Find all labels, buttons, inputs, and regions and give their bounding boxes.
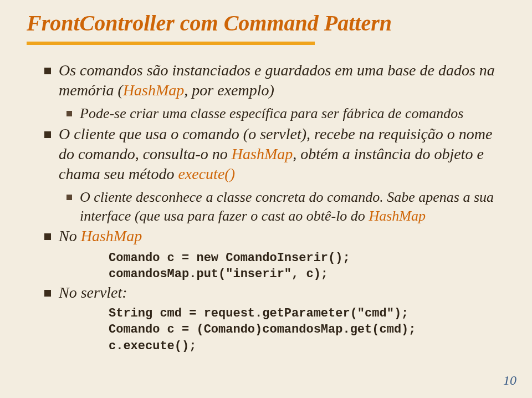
bullet-text: Pode-se criar uma classe específica para… [80, 104, 463, 123]
term-hashmap: HashMap [123, 81, 184, 99]
bullet-text: Os comandos são instanciados e guardados… [59, 60, 501, 101]
term-hashmap: HashMap [369, 208, 426, 224]
bullet-text: No HashMap [59, 226, 142, 246]
bullet-icon [44, 290, 51, 297]
page-number: 10 [503, 373, 516, 388]
slide: FrontController com Command Pattern Os c… [0, 0, 532, 398]
bullet-icon [66, 111, 72, 116]
code-line: Comando c = new ComandoInserir(); [109, 250, 501, 267]
bullet-level1: Os comandos são instanciados e guardados… [44, 60, 501, 101]
term-hashmap: HashMap [232, 145, 293, 162]
code-line: c.execute(); [109, 338, 501, 355]
code-line: comandosMap.put("inserir", c); [109, 266, 501, 283]
text-run: O cliente desconhece a classe concreta d… [80, 189, 494, 224]
bullet-icon [44, 233, 51, 240]
bullet-icon [44, 131, 51, 138]
bullet-level1: O cliente que usa o comando (o servlet),… [44, 124, 501, 185]
term-execute: execute() [178, 165, 235, 182]
title-area: FrontController com Command Pattern [0, 0, 532, 45]
code-block: String cmd = request.getParameter("cmd")… [109, 305, 501, 355]
bullet-text: No servlet: [59, 283, 127, 303]
text-run: , por exemplo) [184, 81, 274, 99]
text-run: No [59, 227, 81, 244]
bullet-level1: No HashMap [44, 226, 501, 246]
term-hashmap: HashMap [81, 227, 142, 244]
code-line: String cmd = request.getParameter("cmd")… [109, 305, 501, 322]
bullet-level2: O cliente desconhece a classe concreta d… [66, 188, 501, 226]
code-block: Comando c = new ComandoInserir(); comand… [109, 250, 501, 283]
bullet-text: O cliente desconhece a classe concreta d… [80, 188, 501, 226]
bullet-icon [44, 68, 51, 74]
content-area: Os comandos são instanciados e guardados… [0, 45, 532, 355]
slide-title: FrontController com Command Pattern [27, 10, 532, 36]
bullet-text: O cliente que usa o comando (o servlet),… [59, 124, 501, 185]
bullet-icon [66, 195, 72, 200]
bullet-level1: No servlet: [44, 283, 501, 303]
code-line: Comando c = (Comando)comandosMap.get(cmd… [109, 322, 501, 338]
bullet-level2: Pode-se criar uma classe específica para… [66, 104, 501, 123]
